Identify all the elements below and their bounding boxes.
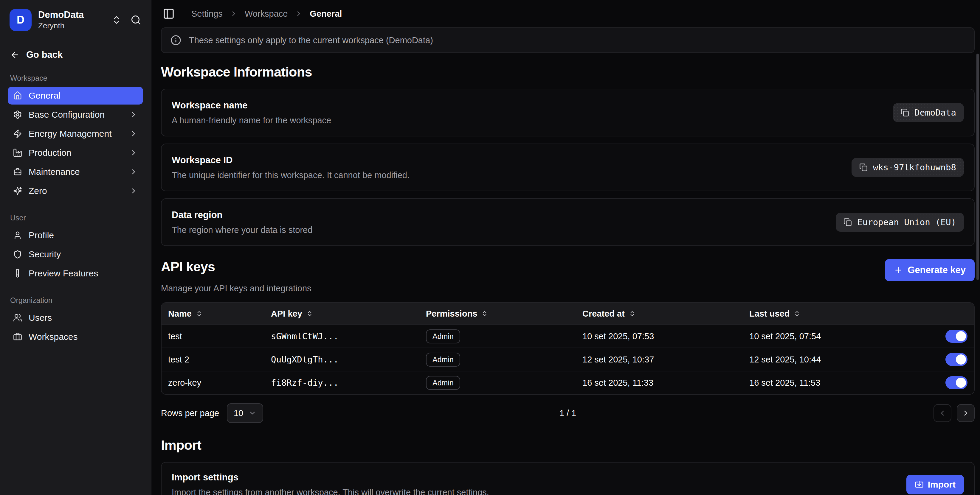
key-enabled-toggle[interactable] (945, 330, 967, 343)
cell-last-used: 16 set 2025, 11:53 (749, 378, 935, 388)
workspace-avatar: D (10, 9, 32, 31)
sort-icon (306, 310, 313, 317)
sidebar-item-profile[interactable]: Profile (8, 226, 143, 244)
scrollbar-thumb[interactable] (977, 54, 979, 280)
breadcrumb-general[interactable]: General (310, 9, 342, 19)
briefcase-icon (13, 332, 22, 341)
sidebar-item-energy-management[interactable]: Energy Management (8, 125, 143, 143)
chevron-left-icon (938, 409, 947, 417)
chevron-right-icon (129, 187, 138, 195)
card-description: A human-friendly name for the workspace (172, 116, 331, 125)
workspace-switcher[interactable]: D DemoData Zerynth (8, 8, 143, 32)
sidebar-item-base-configuration[interactable]: Base Configuration (8, 106, 143, 124)
copy-icon (843, 218, 852, 226)
cell-name: test 2 (168, 355, 271, 365)
workspace-name: DemoData (38, 10, 84, 20)
copy-icon (901, 108, 909, 117)
column-header-last-used[interactable]: Last used (749, 309, 935, 319)
card-description: The region where your data is stored (172, 225, 312, 235)
column-label: API key (271, 309, 302, 319)
card-title: Workspace ID (172, 155, 409, 166)
card-text: Workspace name A human-friendly name for… (172, 100, 331, 125)
workspace-id-copy-chip[interactable]: wks-97lkfohuwnb8 (851, 158, 964, 177)
sidebar-item-zero[interactable]: Zero (8, 182, 143, 200)
card-text: Data region The region where your data i… (172, 210, 312, 235)
chevron-right-icon (129, 130, 138, 138)
workspace-id-card: Workspace ID The unique identifier for t… (161, 144, 975, 191)
column-header-api-key[interactable]: API key (271, 309, 426, 319)
card-description: Import the settings from another workspa… (172, 487, 489, 495)
gear-icon (13, 110, 22, 119)
generate-key-label: Generate key (908, 265, 966, 276)
api-keys-subtitle: Manage your API keys and integrations (161, 284, 312, 294)
toolbox-icon (13, 167, 22, 176)
api-keys-title: API keys (161, 259, 312, 274)
sidebar-item-label: Users (29, 313, 52, 323)
key-enabled-toggle[interactable] (945, 353, 967, 366)
cell-permissions: Admin (426, 329, 582, 343)
chevron-down-icon (248, 409, 256, 417)
section-label-organization: Organization (8, 296, 143, 305)
rows-per-page-label: Rows per page (161, 408, 219, 418)
test-tube-icon (13, 269, 22, 278)
column-header-created-at[interactable]: Created at (582, 309, 749, 319)
data-region-copy-chip[interactable]: European Union (EU) (836, 213, 964, 232)
sidebar-toggle-icon[interactable] (163, 8, 175, 20)
sort-icon (196, 310, 202, 317)
cell-api-key: fi8Rzf-diy... (271, 378, 426, 388)
sidebar-item-preview-features[interactable]: Preview Features (8, 265, 143, 282)
sidebar-item-users[interactable]: Users (8, 309, 143, 327)
user-icon (13, 231, 22, 240)
generate-key-button[interactable]: Generate key (885, 259, 975, 281)
topbar: Settings Workspace General (161, 0, 975, 27)
cell-permissions: Admin (426, 353, 582, 366)
sidebar-item-workspaces[interactable]: Workspaces (8, 328, 143, 346)
sidebar-item-maintenance[interactable]: Maintenance (8, 163, 143, 181)
cell-last-used: 10 set 2025, 07:54 (749, 332, 935, 341)
previous-page-button[interactable] (934, 404, 951, 422)
api-keys-header: API keys Manage your API keys and integr… (161, 259, 975, 294)
sidebar-item-label: Zero (29, 186, 47, 196)
chevron-right-icon (129, 149, 138, 157)
chip-value: DemoData (915, 108, 956, 117)
chevrons-up-down-icon[interactable] (111, 15, 122, 25)
column-header-permissions[interactable]: Permissions (426, 309, 582, 319)
toggle-knob (956, 378, 966, 388)
key-enabled-toggle[interactable] (945, 376, 967, 389)
sidebar-item-security[interactable]: Security (8, 246, 143, 263)
home-icon (13, 91, 22, 100)
breadcrumb: Settings Workspace General (191, 9, 342, 19)
sidebar-item-label: Production (29, 148, 71, 158)
breadcrumb-settings[interactable]: Settings (191, 9, 223, 19)
import-button[interactable]: Import (906, 475, 964, 494)
cell-api-key: sGWnmlCtWJ... (271, 331, 426, 341)
api-keys-header-text: API keys Manage your API keys and integr… (161, 259, 312, 294)
card-text: Import settings Import the settings from… (172, 472, 489, 495)
zap-icon (13, 129, 22, 138)
sidebar-actions (111, 14, 141, 25)
go-back-button[interactable]: Go back (8, 49, 143, 60)
table-header-row: Name API key Permissions Created at Last… (162, 303, 974, 324)
sidebar-item-label: Maintenance (29, 167, 80, 177)
chevron-right-icon (129, 168, 138, 176)
column-label: Last used (749, 309, 789, 319)
workspace-identity: DemoData Zerynth (38, 10, 84, 30)
sidebar-item-label: Energy Management (29, 129, 112, 139)
sidebar-item-general[interactable]: General (8, 87, 143, 105)
cell-name: zero-key (168, 378, 271, 388)
sort-icon (629, 310, 635, 317)
breadcrumb-workspace[interactable]: Workspace (245, 9, 288, 19)
next-page-button[interactable] (957, 404, 975, 422)
import-button-label: Import (928, 479, 956, 490)
app-root: D DemoData Zerynth Go back Workspace (0, 0, 980, 495)
column-header-name[interactable]: Name (168, 309, 271, 319)
chevron-right-icon (295, 10, 302, 17)
rows-per-page-select[interactable]: 10 (227, 403, 263, 423)
table-row: test sGWnmlCtWJ... Admin 10 set 2025, 07… (162, 324, 974, 347)
sidebar-item-production[interactable]: Production (8, 144, 143, 162)
chevron-right-icon (230, 10, 237, 17)
section-label-user: User (8, 214, 143, 222)
workspace-name-copy-chip[interactable]: DemoData (893, 103, 964, 122)
search-icon[interactable] (130, 14, 141, 25)
card-text: Workspace ID The unique identifier for t… (172, 155, 409, 180)
